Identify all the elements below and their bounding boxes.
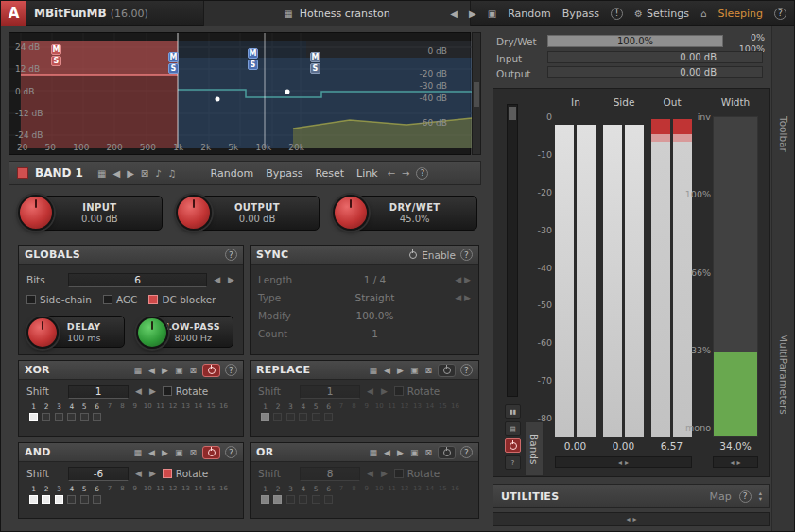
knob-readout[interactable]: DRY/WET 45.0% [352, 196, 477, 231]
next-icon[interactable]: ▶ [396, 448, 405, 457]
sync-enable-button[interactable]: Enable [409, 249, 456, 261]
bit-toggle[interactable] [324, 495, 333, 504]
bit-toggle[interactable] [312, 413, 320, 421]
help-icon[interactable]: ? [460, 249, 473, 261]
prev-icon[interactable]: ◀ [383, 366, 391, 375]
grid-icon[interactable]: ▦ [369, 448, 379, 457]
bit-toggle[interactable] [299, 413, 307, 421]
sync-row[interactable]: Type Straight ◀ ▶ [258, 288, 471, 306]
band-bypass-button[interactable]: Bypass [263, 167, 305, 180]
drywet-slider[interactable]: 100.0% [547, 35, 723, 47]
grid-icon[interactable]: ▦ [369, 366, 379, 375]
sync-row-value[interactable]: 1 / 4 [305, 274, 444, 285]
bit-toggle[interactable] [324, 413, 333, 421]
save-icon[interactable]: ▣ [174, 448, 184, 457]
band3-ms-markers[interactable]: M S [248, 48, 258, 70]
shift-value-slider[interactable]: 1 [68, 385, 129, 399]
bit-toggle[interactable] [93, 413, 101, 421]
sync-row-value[interactable]: Straight [305, 292, 444, 303]
grid-icon[interactable]: ▦ [133, 448, 144, 457]
home-button[interactable]: ⌂ [695, 1, 712, 26]
bit-toggle[interactable] [261, 495, 269, 504]
sleeping-indicator[interactable]: Sleeping [712, 1, 769, 26]
band-right-icon[interactable]: → [402, 168, 409, 179]
checkbox-box[interactable] [163, 386, 172, 396]
save-icon[interactable]: ▣ [409, 448, 420, 457]
save-icon[interactable]: ⊠ [141, 168, 148, 179]
bit-toggle[interactable] [55, 495, 63, 504]
info-button[interactable]: ! [605, 1, 629, 26]
shift-decrement-icon[interactable]: ◀ [366, 386, 374, 396]
sync-row-value[interactable]: 100.0% [305, 310, 444, 321]
bit-toggle[interactable] [29, 495, 38, 504]
close-icon[interactable]: ⊠ [188, 366, 198, 375]
next-band-icon[interactable]: ▶ [127, 168, 134, 179]
power-button[interactable] [202, 446, 220, 459]
band-left-icon[interactable]: ← [388, 168, 395, 179]
checkbox-box[interactable] [148, 295, 158, 304]
help-icon[interactable]: ? [739, 490, 752, 503]
help-icon[interactable]: ? [225, 446, 237, 458]
shift-value-slider[interactable]: 1 [300, 385, 360, 399]
band4-ms-markers[interactable]: M S [310, 52, 320, 74]
band-random-button[interactable]: Random [208, 167, 257, 180]
bit-toggle[interactable] [42, 413, 50, 421]
checkbox-box[interactable] [163, 469, 172, 478]
note-paste-icon[interactable]: ♫ [168, 168, 177, 179]
meter-help-button[interactable]: ? [505, 455, 521, 470]
melda-logo[interactable]: A [1, 1, 26, 26]
band-color-swatch[interactable] [17, 167, 28, 179]
help-icon[interactable]: ? [460, 446, 473, 458]
meter-power-button[interactable] [505, 438, 521, 453]
next-icon[interactable]: ▶ [161, 448, 169, 457]
tab-toolbar[interactable]: Toolbar [778, 116, 789, 152]
power-button[interactable] [202, 364, 220, 377]
bits-decrement-icon[interactable]: ◀ [213, 275, 221, 284]
bit-toggle[interactable] [29, 413, 38, 421]
sync-row-value[interactable]: 1 [305, 328, 444, 339]
save-icon[interactable]: ▣ [174, 366, 184, 375]
checkbox[interactable]: AGC [103, 294, 137, 305]
next-preset-button[interactable]: ▶ [463, 1, 482, 26]
save-icon[interactable]: ▣ [409, 366, 420, 375]
rotate-checkbox[interactable]: Rotate [394, 468, 440, 479]
map-button[interactable]: Map [710, 490, 732, 503]
checkbox-box[interactable] [103, 295, 112, 304]
mid-marker[interactable]: M [248, 48, 258, 59]
collapse-expand-icon[interactable]: ▴▾ [759, 490, 762, 502]
knob[interactable] [176, 195, 212, 231]
shift-decrement-icon[interactable]: ◀ [366, 469, 374, 478]
help-button[interactable]: ? [769, 1, 792, 26]
next-icon[interactable]: ▶ [396, 366, 405, 375]
sync-row-arrows[interactable]: ◀ ▶ [444, 275, 471, 284]
band-editor-graph[interactable]: 24 dB12 dB0 dB-12 dB-24 dB 0 dB-20 dB-30… [9, 32, 471, 155]
shift-increment-icon[interactable]: ▶ [148, 386, 157, 396]
mid-marker[interactable]: M [168, 52, 179, 62]
band1-ms-markers[interactable]: M S [51, 44, 61, 66]
bits-value-slider[interactable]: 6 [68, 273, 207, 287]
knob-readout[interactable]: INPUT 0.00 dB [37, 196, 163, 231]
power-button[interactable] [438, 364, 456, 377]
slider-thumb[interactable] [509, 107, 516, 120]
meter-zoom-slider[interactable] [507, 104, 518, 397]
shift-increment-icon[interactable]: ▶ [380, 386, 389, 396]
bits-increment-icon[interactable]: ▶ [227, 275, 235, 284]
mid-marker[interactable]: M [51, 44, 61, 55]
checkbox-box[interactable] [394, 469, 404, 478]
bit-toggle[interactable] [273, 495, 282, 504]
sync-row[interactable]: Count 1 ◀ ▶ [258, 324, 471, 342]
shift-value-slider[interactable]: -6 [68, 467, 129, 481]
rotate-checkbox[interactable]: Rotate [163, 386, 208, 397]
prev-preset-button[interactable]: ◀ [444, 1, 463, 26]
xor-header[interactable]: XOR ▦ ◀ ▶ ▣ ⊠ ? [19, 361, 243, 380]
width-scrollbar[interactable]: ◂▸ [713, 456, 758, 468]
input-slider[interactable]: 0.00 dB [547, 51, 763, 63]
side-marker[interactable]: S [248, 60, 258, 70]
side-marker[interactable]: S [51, 56, 61, 66]
right-bottom-scrollbar[interactable]: ◂▸ [493, 512, 770, 526]
globals-header[interactable]: GLOBALS ? [19, 246, 243, 265]
prev-icon[interactable]: ◀ [147, 366, 156, 375]
and-header[interactable]: AND ▦ ◀ ▶ ▣ ⊠ ? [19, 443, 243, 462]
pause-button[interactable]: ▮▮ [505, 404, 521, 419]
help-icon[interactable]: ? [225, 249, 237, 261]
